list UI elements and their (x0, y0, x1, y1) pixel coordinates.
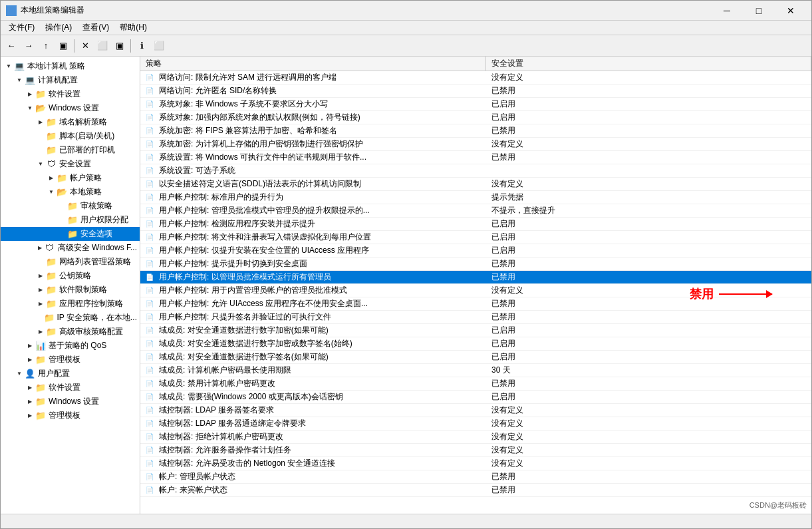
tree-item-account-policy[interactable]: 帐户策略 (1, 171, 140, 185)
expand-windows-settings[interactable] (25, 103, 35, 114)
expand-windows-settings-user[interactable] (25, 397, 35, 407)
list-row[interactable]: 📄域控制器: 允许服务器操作者计划任务没有定义 (140, 444, 811, 457)
expand-admin-templates-comp[interactable] (25, 355, 35, 365)
list-row[interactable]: 📄域控制器: LDAP 服务器签名要求没有定义 (140, 404, 811, 417)
expand-domain-resolution[interactable] (35, 117, 46, 128)
tree-item-computer-config[interactable]: 计算机配置 (1, 73, 140, 87)
tree-item-windows-settings[interactable]: Windows 设置 (1, 101, 140, 115)
list-row[interactable]: 📄以安全描述符定义语言(SDDL)语法表示的计算机访问限制没有定义 (140, 178, 811, 191)
tree-item-windows-settings-user[interactable]: Windows 设置 (1, 395, 140, 409)
extra-button[interactable]: ⬜ (151, 38, 167, 54)
list-row[interactable]: 📄域成员: 禁用计算机帐户密码更改已禁用 (140, 377, 811, 391)
list-row[interactable]: 📄用户帐户控制: 管理员批准模式中管理员的提升权限提示的...不提示，直接提升 (140, 204, 811, 218)
expand-user-config[interactable] (14, 369, 25, 379)
list-row[interactable]: 📄用户帐户控制: 提示提升时切换到安全桌面已禁用 (140, 258, 811, 271)
list-row[interactable]: 📄用户帐户控制: 允许 UIAccess 应用程序在不使用安全桌面...已禁用 (140, 297, 811, 311)
list-row[interactable]: 📄系统加密: 为计算机上存储的用户密钥强制进行强密钥保护没有定义 (140, 138, 811, 151)
expand-admin-templates-user[interactable] (25, 411, 35, 421)
expand-high-audit[interactable] (35, 327, 46, 337)
tree-item-network-list[interactable]: 网络列表管理器策略 (1, 255, 140, 269)
list-row[interactable]: 📄用户帐户控制: 用于内置管理员帐户的管理员批准模式没有定义 (140, 284, 811, 297)
list-row[interactable]: 📄用户帐户控制: 只提升签名并验证过的可执行文件已禁用 (140, 311, 811, 324)
tree-item-ip-security[interactable]: IP 安全策略，在本地... (1, 311, 140, 325)
tree-item-software-settings[interactable]: 软件设置 (1, 87, 140, 101)
list-row[interactable]: 📄系统设置: 可选子系统 (140, 164, 811, 178)
header-security[interactable]: 安全设置 (486, 57, 811, 71)
list-row[interactable]: 📄域成员: 对安全通道数据进行数字加密(如果可能)已启用 (140, 324, 811, 337)
tree-item-printers[interactable]: 已部署的打印机 (1, 143, 140, 157)
tree-item-qos[interactable]: 基于策略的 QoS (1, 339, 140, 353)
tree-item-software-restrict[interactable]: 软件限制策略 (1, 283, 140, 297)
minimize-button[interactable]: ─ (712, 1, 742, 21)
expand-software-settings[interactable] (25, 89, 35, 100)
list-row[interactable]: 📄系统对象: 非 Windows 子系统不要求区分大小写已启用 (140, 98, 811, 111)
tree-item-high-security[interactable]: 高级安全 Windows F... (1, 241, 140, 255)
tree-item-domain-resolution[interactable]: 域名解析策略 (1, 115, 140, 129)
list-row[interactable]: 📄域成员: 对安全通道数据进行数字加密或数字签名(始终)已启用 (140, 337, 811, 351)
tree-item-public-key[interactable]: 公钥策略 (1, 269, 140, 283)
tree-item-root[interactable]: 本地计算机 策略 (1, 59, 140, 73)
close-button[interactable]: ✕ (775, 1, 806, 21)
up-button[interactable]: ↑ (38, 38, 54, 54)
tree-item-user-config[interactable]: 用户配置 (1, 367, 140, 381)
menu-file[interactable]: 文件(F) (3, 21, 40, 35)
tree-item-admin-templates-comp[interactable]: 管理模板 (1, 353, 140, 367)
list-body[interactable]: 📄网络访问: 限制允许对 SAM 进行远程调用的客户端没有定义📄网络访问: 允许… (140, 71, 811, 514)
header-policy[interactable]: 策略 (140, 57, 486, 71)
tree-item-security-options[interactable]: 安全选项 (1, 227, 140, 241)
list-row[interactable]: 📄用户帐户控制: 以管理员批准模式运行所有管理员已禁用 (140, 271, 811, 284)
expand-root[interactable] (3, 61, 14, 72)
tree-item-user-rights[interactable]: 用户权限分配 (1, 213, 140, 227)
help-button[interactable]: ℹ (134, 38, 150, 54)
list-row[interactable]: 📄域控制器: 拒绝计算机帐户密码更改没有定义 (140, 431, 811, 444)
expand-qos[interactable] (25, 341, 35, 351)
list-row[interactable]: 📄域成员: 对安全通道数据进行数字签名(如果可能)已启用 (140, 351, 811, 364)
maximize-button[interactable]: □ (744, 1, 774, 21)
expand-computer-config[interactable] (14, 75, 25, 86)
list-row[interactable]: 📄系统加密: 将 FIPS 兼容算法用于加密、哈希和签名已禁用 (140, 124, 811, 138)
list-row[interactable]: 📄系统设置: 将 Windows 可执行文件中的证书规则用于软件...已禁用 (140, 151, 811, 164)
list-row[interactable]: 📄域控制器: 允许易受攻击的 Netlogon 安全通道连接没有定义 (140, 457, 811, 470)
tree-item-script[interactable]: 脚本(启动/关机) (1, 129, 140, 143)
show-hide-button[interactable]: ▣ (55, 38, 71, 54)
expand-app-control[interactable] (35, 299, 46, 309)
expand-software-settings-user[interactable] (25, 383, 35, 393)
list-row[interactable]: 📄帐户: 来宾帐户状态已禁用 (140, 484, 811, 497)
tree-item-local-policy[interactable]: 本地策略 (1, 185, 140, 199)
menu-action[interactable]: 操作(A) (40, 21, 77, 35)
list-row[interactable]: 📄网络访问: 限制允许对 SAM 进行远程调用的客户端没有定义 (140, 71, 811, 85)
expand-software-restrict[interactable] (35, 285, 46, 295)
tree-item-audit-policy[interactable]: 审核策略 (1, 199, 140, 213)
list-row[interactable]: 📄域控制器: LDAP 服务器通道绑定令牌要求没有定义 (140, 417, 811, 431)
left-panel[interactable]: 本地计算机 策略 计算机配置 软件设置 Windows 设置 域名解析策 (1, 57, 140, 514)
cell-security: 已禁用 (486, 270, 811, 284)
tree-item-security-settings[interactable]: 安全设置 (1, 157, 140, 171)
list-row[interactable]: 📄用户帐户控制: 仅提升安装在安全位置的 UIAccess 应用程序已启用 (140, 244, 811, 258)
export-button[interactable]: ▣ (112, 38, 128, 54)
properties-button[interactable]: ⬜ (94, 38, 110, 54)
forward-button[interactable]: → (21, 38, 37, 54)
expand-security-settings[interactable] (35, 159, 46, 170)
expand-high-security[interactable] (35, 243, 45, 254)
menu-help[interactable]: 帮助(H) (114, 21, 152, 35)
tree-label-ip-security: IP 安全策略，在本地... (57, 312, 137, 323)
tree-item-admin-templates-user[interactable]: 管理模板 (1, 409, 140, 423)
list-row[interactable]: 📄域成员: 需要强(Windows 2000 或更高版本)会话密钥已启用 (140, 391, 811, 404)
tree-item-app-control[interactable]: 应用程序控制策略 (1, 297, 140, 311)
list-row[interactable]: 📄用户帐户控制: 将文件和注册表写入错误虚拟化到每用户位置已启用 (140, 231, 811, 244)
tree-item-software-settings-user[interactable]: 软件设置 (1, 381, 140, 395)
delete-button[interactable]: ✕ (77, 38, 93, 54)
list-row[interactable]: 📄用户帐户控制: 标准用户的提升行为提示凭据 (140, 191, 811, 204)
expand-local-policy[interactable] (46, 187, 57, 198)
back-button[interactable]: ← (3, 38, 19, 54)
menu-view[interactable]: 查看(V) (77, 21, 114, 35)
tree-item-high-audit[interactable]: 高级审核策略配置 (1, 325, 140, 339)
expand-account-policy[interactable] (46, 173, 57, 184)
list-row[interactable]: 📄用户帐户控制: 检测应用程序安装并提示提升已启用 (140, 218, 811, 231)
list-row[interactable]: 📄网络访问: 允许匿名 SID/名称转换已禁用 (140, 85, 811, 98)
expand-public-key[interactable] (35, 271, 46, 281)
list-row[interactable]: 📄域成员: 计算机帐户密码最长使用期限30 天 (140, 364, 811, 377)
policy-icon: 📄 (146, 87, 156, 95)
list-row[interactable]: 📄系统对象: 加强内部系统对象的默认权限(例如，符号链接)已启用 (140, 111, 811, 124)
list-row[interactable]: 📄帐户: 管理员帐户状态已禁用 (140, 470, 811, 484)
